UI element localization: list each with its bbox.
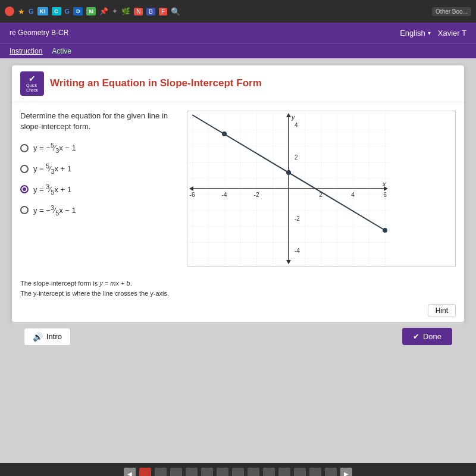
browser-bar: ★ G K! C G D M 📌 ✦ 🌿 N B F 🔍 Other Boo..… [0,0,476,23]
page-4[interactable] [186,468,198,476]
svg-text:-6: -6 [190,192,195,198]
page-2[interactable] [155,468,167,476]
b-box[interactable]: B [146,8,155,15]
question-text: Determine the equation for the given lin… [20,111,175,132]
n-box[interactable]: N [134,8,143,15]
question-card: ✔ QuickCheck Writing an Equation in Slop… [12,65,464,322]
svg-text:-4: -4 [222,192,227,198]
pagination-bar: ◀ ▶ [0,463,476,476]
radio-a[interactable] [20,144,29,152]
info-section: The slope-intercept form is y = mx + b. … [12,275,464,304]
option-a-text: y = −5⁄3x − 1 [33,142,76,154]
radio-d[interactable] [20,206,29,214]
option-c-text: y = 3⁄5x + 1 [33,183,71,196]
left-section: Determine the equation for the given lin… [20,111,175,267]
hint-info-line1: The slope-intercept form is y = mx + b. [20,278,456,289]
card-body: Determine the equation for the given lin… [12,102,464,275]
page-12[interactable] [309,468,321,476]
hint-info-line2: The y-intercept is where the line crosse… [20,289,456,299]
page-8[interactable] [248,468,259,476]
page-6[interactable] [217,468,228,476]
svg-text:x: x [382,180,386,187]
svg-point-23 [383,228,387,233]
card-header: ✔ QuickCheck Writing an Equation in Slop… [12,65,464,102]
speaker-icon: 🔊 [33,332,43,342]
m-icon[interactable]: M [86,7,96,15]
other-bookmarks[interactable]: Other Boo... [432,7,471,16]
sub-nav: Instruction Active [0,43,476,58]
badge-label: QuickCheck [26,83,38,93]
svg-point-21 [222,131,227,136]
search-icon[interactable]: 🔍 [171,7,180,16]
svg-text:-4: -4 [295,248,300,254]
next-page-button[interactable]: ▶ [340,468,352,476]
page-11[interactable] [294,468,306,476]
google-icon[interactable]: G [29,8,34,15]
page-13[interactable] [325,468,337,476]
svg-text:-2: -2 [295,215,300,222]
right-section: -6 -4 -2 2 4 6 4 2 -2 -4 y x [187,111,456,267]
pin-icon: 📌 [99,7,108,15]
language-selector[interactable]: English ▾ [400,29,431,37]
intro-button[interactable]: 🔊 Intro [24,328,71,346]
c-icon[interactable]: C [52,7,61,15]
page-9[interactable] [263,468,275,476]
user-name: Xavier T [438,29,466,37]
coordinate-graph: -6 -4 -2 2 4 6 4 2 -2 -4 y x [187,111,390,266]
d-icon[interactable]: D [73,7,83,15]
nav-bar: re Geometry B-CR English ▾ Xavier T [0,23,476,43]
intro-label: Intro [46,332,62,341]
page-10[interactable] [278,468,290,476]
checkmark-icon: ✔ [29,74,36,83]
f-box[interactable]: F [159,8,167,15]
main-content: ✔ QuickCheck Writing an Equation in Slop… [0,58,476,463]
radio-c[interactable] [20,185,29,193]
google2-icon[interactable]: G [65,8,70,15]
leaf-icon: 🌿 [121,7,130,15]
star-icon: ✦ [112,7,118,15]
option-d[interactable]: y = −3⁄5x − 1 [20,204,175,217]
bottom-bar: 🔊 Intro ✔ Done [12,322,464,352]
option-b-text: y = 5⁄3x + 1 [33,162,71,175]
hint-row: Hint [12,304,464,322]
page-5[interactable] [201,468,213,476]
bookmark-icon: ★ [18,7,25,16]
option-b[interactable]: y = 5⁄3x + 1 [20,162,175,175]
quick-check-badge: ✔ QuickCheck [20,71,44,96]
svg-text:-2: -2 [254,192,259,198]
youtube-icon[interactable] [5,7,14,16]
svg-text:4: 4 [295,122,298,129]
k-icon[interactable]: K! [37,7,48,15]
done-button[interactable]: ✔ Done [402,328,452,345]
card-title: Writing an Equation in Slope-Intercept F… [50,77,262,89]
course-label: re Geometry B-CR [10,29,68,37]
radio-b[interactable] [20,165,29,173]
option-c[interactable]: y = 3⁄5x + 1 [20,183,175,196]
prev-page-button[interactable]: ◀ [124,468,136,476]
subnav-active[interactable]: Active [52,47,71,55]
language-label: English [400,29,425,37]
done-label: Done [423,332,441,341]
graph-container: -6 -4 -2 2 4 6 4 2 -2 -4 y x [187,111,456,267]
svg-text:2: 2 [295,154,298,161]
option-d-text: y = −3⁄5x − 1 [33,204,76,217]
page-7[interactable] [232,468,244,476]
page-1[interactable] [139,468,151,476]
checkmark-done-icon: ✔ [413,332,419,341]
subnav-instruction[interactable]: Instruction [10,47,42,55]
page-3[interactable] [170,468,182,476]
chevron-down-icon: ▾ [428,30,431,36]
svg-text:6: 6 [383,192,387,198]
svg-point-22 [286,170,291,175]
hint-button[interactable]: Hint [428,304,456,317]
svg-text:4: 4 [351,192,355,198]
option-a[interactable]: y = −5⁄3x − 1 [20,142,175,154]
